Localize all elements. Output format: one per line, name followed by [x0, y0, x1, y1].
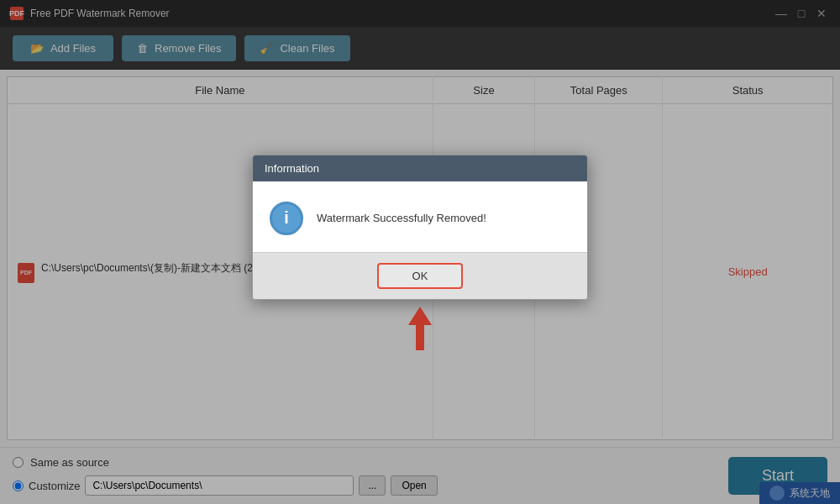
ok-button[interactable]: OK	[377, 263, 464, 289]
modal-overlay: Information i Watermark Successfully Rem…	[0, 0, 840, 504]
dialog-body: i Watermark Successfully Removed!	[253, 181, 587, 252]
info-icon: i	[270, 202, 303, 235]
information-dialog: Information i Watermark Successfully Rem…	[252, 155, 588, 300]
dialog-titlebar: Information	[253, 155, 587, 181]
dialog-message: Watermark Successfully Removed!	[317, 212, 486, 224]
arrow-indicator	[408, 307, 432, 350]
dialog-footer: OK	[253, 252, 587, 299]
